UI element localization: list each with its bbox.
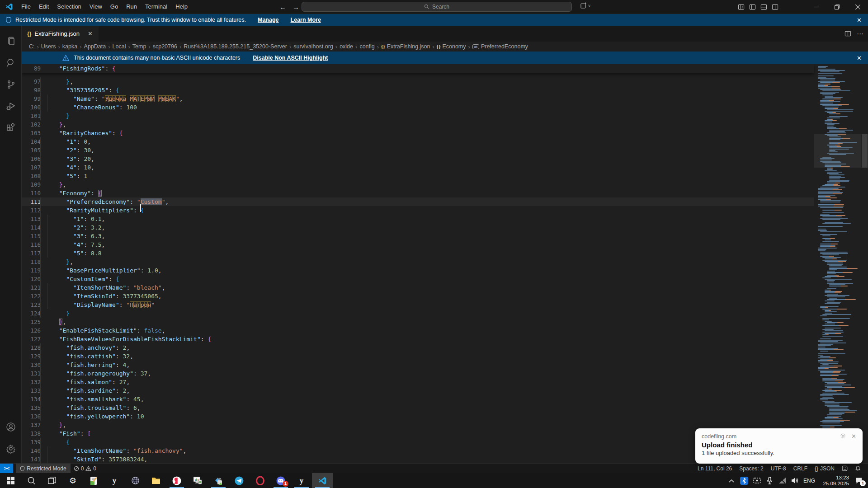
problems-status[interactable]: 0 0 bbox=[71, 464, 99, 474]
taskbar-search-icon[interactable] bbox=[21, 473, 42, 488]
menu-file[interactable]: File bbox=[17, 1, 35, 12]
toggle-secondary-sidebar-icon[interactable] bbox=[772, 4, 778, 10]
code-line[interactable]: 114 "2": 3.2, bbox=[22, 223, 814, 232]
code-line[interactable]: 102 }, bbox=[22, 120, 814, 129]
code-line[interactable]: 99 "Name": "Удочка МАТЁРЫЙ РЫБАК", bbox=[22, 94, 814, 103]
menu-run[interactable]: Run bbox=[122, 1, 141, 12]
breadcrumb-item[interactable]: Users bbox=[41, 43, 56, 50]
breadcrumb-item[interactable]: Local bbox=[113, 43, 126, 50]
code-line[interactable]: 97 }, bbox=[22, 77, 814, 86]
code-line[interactable]: 129 "fish.catfish": 32, bbox=[22, 352, 814, 361]
y-app-icon[interactable]: y bbox=[104, 473, 125, 488]
breadcrumb-item[interactable]: kapka bbox=[62, 43, 77, 50]
code-line[interactable]: 120 "CustomItem": { bbox=[22, 275, 814, 283]
profile-toolbar[interactable]: ˅ bbox=[580, 2, 590, 9]
menu-view[interactable]: View bbox=[85, 1, 106, 12]
code-line[interactable]: 127 "FishBaseValuesForDisableFishStackLi… bbox=[22, 335, 814, 343]
notifications-bell-icon[interactable] bbox=[851, 464, 864, 474]
code-line[interactable]: 113 "1": 0.1, bbox=[22, 215, 814, 223]
code-line[interactable]: 123 "DisplayName": "Патрон" bbox=[22, 300, 814, 309]
code-line[interactable]: 115 "3": 6.3, bbox=[22, 232, 814, 240]
breadcrumb-item[interactable]: config bbox=[359, 43, 374, 50]
scrollbar-slider[interactable] bbox=[862, 134, 868, 168]
code-line[interactable]: 109 }, bbox=[22, 180, 814, 189]
opera-icon[interactable] bbox=[250, 473, 270, 488]
split-editor-icon[interactable] bbox=[844, 30, 851, 37]
code-line[interactable]: 105 "2": 30, bbox=[22, 146, 814, 155]
breadcrumb-item[interactable]: Rust%3A185.189.255.215_35200-Server bbox=[184, 43, 287, 50]
notepad-app-icon[interactable] bbox=[83, 473, 104, 488]
menu-selection[interactable]: Selection bbox=[53, 1, 85, 12]
volume-icon[interactable] bbox=[789, 473, 800, 488]
code-line[interactable]: 103 "RarityChances": { bbox=[22, 129, 814, 137]
breadcrumb-item[interactable]: oxide bbox=[340, 43, 353, 50]
toast-close-icon[interactable]: ✕ bbox=[851, 433, 856, 440]
code-line[interactable]: 110 "Economy": { bbox=[22, 189, 814, 197]
unicode-banner-close-icon[interactable]: ✕ bbox=[857, 55, 862, 61]
forward-arrow-icon[interactable]: → bbox=[292, 3, 299, 11]
code-line[interactable]: 124 } bbox=[22, 309, 814, 318]
extensions-icon[interactable] bbox=[0, 117, 22, 139]
language-indicator[interactable]: ENG bbox=[802, 473, 816, 488]
toggle-panel-icon[interactable] bbox=[760, 4, 767, 10]
breadcrumb-item[interactable]: abPreferredEconomy bbox=[472, 43, 528, 50]
tab-close-icon[interactable]: ✕ bbox=[86, 30, 94, 38]
more-actions-icon[interactable]: ⋯ bbox=[857, 30, 863, 38]
breadcrumb-item[interactable]: Temp bbox=[132, 43, 146, 50]
menu-help[interactable]: Help bbox=[171, 1, 192, 12]
code-editor[interactable]: 89 "FishingRods": { 97 },98 "3157356205"… bbox=[22, 64, 868, 463]
minimap-slider[interactable] bbox=[814, 134, 861, 168]
action-center-icon[interactable]: 1 bbox=[851, 473, 866, 488]
code-line[interactable]: 118 }, bbox=[22, 258, 814, 266]
code-line[interactable]: 132 "fish.salmon": 27, bbox=[22, 378, 814, 386]
code-line[interactable]: 136 "fish.yellowperch": 10 bbox=[22, 412, 814, 421]
code-line[interactable]: 108 "5": 1 bbox=[22, 172, 814, 180]
menu-go[interactable]: Go bbox=[106, 1, 122, 12]
discord-icon[interactable]: 1 bbox=[270, 473, 291, 488]
toggle-primary-sidebar-icon[interactable] bbox=[749, 4, 756, 10]
code-line[interactable]: 134 "fish.smallshark": 45, bbox=[22, 395, 814, 404]
close-button[interactable] bbox=[847, 0, 868, 14]
telegram-icon[interactable] bbox=[229, 473, 250, 488]
code-line[interactable]: 111 "PreferredEconomy": "Custom", bbox=[22, 197, 814, 206]
manage-link[interactable]: Manage bbox=[258, 17, 279, 23]
clock[interactable]: 13:23 25.09.2025 bbox=[818, 475, 849, 487]
minimap[interactable] bbox=[814, 64, 861, 463]
sticky-scroll-line[interactable]: 89 "FishingRods": { bbox=[22, 64, 814, 73]
customize-layout-icon[interactable] bbox=[738, 4, 745, 10]
screen-cast-icon[interactable] bbox=[751, 473, 762, 488]
breadcrumb-item[interactable]: {}ExtraFishing.json bbox=[381, 43, 430, 50]
tab-extrafishing[interactable]: {} ExtraFishing.json ✕ bbox=[22, 26, 99, 42]
microphone-icon[interactable] bbox=[764, 473, 775, 488]
network-offline-icon[interactable] bbox=[777, 473, 788, 488]
code-line[interactable]: 119 "BasePriceMultiplier": 1.0, bbox=[22, 266, 814, 275]
command-center-search[interactable]: Search bbox=[302, 2, 572, 12]
code-line[interactable]: 104 "1": 0, bbox=[22, 137, 814, 146]
bluetooth-icon[interactable] bbox=[739, 473, 750, 488]
learn-more-link[interactable]: Learn More bbox=[291, 17, 321, 23]
code-line[interactable]: 98 "3157356205": { bbox=[22, 86, 814, 94]
explorer-icon[interactable] bbox=[0, 30, 22, 52]
breadcrumb-item[interactable]: survivalhost.org bbox=[293, 43, 333, 50]
breadcrumb-item[interactable]: AppData bbox=[84, 43, 106, 50]
minimize-button[interactable] bbox=[806, 0, 826, 14]
breadcrumb-item[interactable]: {}Economy bbox=[437, 43, 466, 50]
code-line[interactable]: 117 "5": 8.8 bbox=[22, 249, 814, 258]
source-control-icon[interactable] bbox=[0, 74, 22, 95]
file-explorer-icon[interactable] bbox=[146, 473, 166, 488]
eol-status[interactable]: CRLF bbox=[790, 464, 811, 474]
globe-app-icon[interactable] bbox=[125, 473, 146, 488]
indentation-status[interactable]: Spaces: 2 bbox=[736, 464, 767, 474]
notification-toast[interactable]: codefling.com ✕ Upload finished 1 file u… bbox=[695, 428, 863, 464]
code-line[interactable]: 126 "EnableFishStackLimit": false, bbox=[22, 326, 814, 335]
menu-edit[interactable]: Edit bbox=[35, 1, 53, 12]
vertical-scrollbar[interactable] bbox=[861, 64, 868, 463]
code-line[interactable]: 128 "fish.anchovy": 2, bbox=[22, 343, 814, 352]
breadcrumb-item[interactable]: C: bbox=[29, 43, 35, 50]
code-line[interactable]: 131 "fish.orangeroughy": 37, bbox=[22, 369, 814, 378]
restore-button[interactable] bbox=[826, 0, 847, 14]
tray-chevron-up-icon[interactable] bbox=[726, 473, 737, 488]
code-line[interactable]: 122 "ItemSkinId": 3377345065, bbox=[22, 292, 814, 300]
code-line[interactable]: 130 "fish.herring": 4, bbox=[22, 361, 814, 369]
disable-non-ascii-link[interactable]: Disable Non ASCII Highlight bbox=[253, 55, 328, 61]
